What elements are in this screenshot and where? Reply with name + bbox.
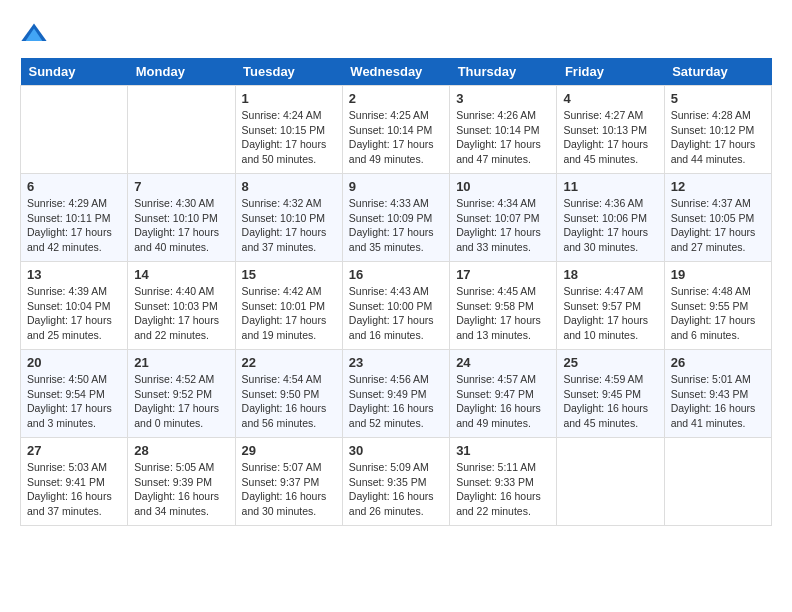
day-number: 28 [134, 443, 228, 458]
calendar-cell: 25Sunrise: 4:59 AM Sunset: 9:45 PM Dayli… [557, 350, 664, 438]
day-info: Sunrise: 4:27 AM Sunset: 10:13 PM Daylig… [563, 108, 657, 167]
day-number: 2 [349, 91, 443, 106]
day-number: 25 [563, 355, 657, 370]
day-number: 26 [671, 355, 765, 370]
day-info: Sunrise: 4:30 AM Sunset: 10:10 PM Daylig… [134, 196, 228, 255]
day-info: Sunrise: 4:52 AM Sunset: 9:52 PM Dayligh… [134, 372, 228, 431]
calendar-cell: 18Sunrise: 4:47 AM Sunset: 9:57 PM Dayli… [557, 262, 664, 350]
day-info: Sunrise: 4:33 AM Sunset: 10:09 PM Daylig… [349, 196, 443, 255]
day-info: Sunrise: 4:24 AM Sunset: 10:15 PM Daylig… [242, 108, 336, 167]
day-number: 19 [671, 267, 765, 282]
day-number: 29 [242, 443, 336, 458]
day-number: 13 [27, 267, 121, 282]
calendar-cell: 24Sunrise: 4:57 AM Sunset: 9:47 PM Dayli… [450, 350, 557, 438]
day-info: Sunrise: 4:59 AM Sunset: 9:45 PM Dayligh… [563, 372, 657, 431]
day-info: Sunrise: 5:09 AM Sunset: 9:35 PM Dayligh… [349, 460, 443, 519]
calendar-cell: 20Sunrise: 4:50 AM Sunset: 9:54 PM Dayli… [21, 350, 128, 438]
day-number: 6 [27, 179, 121, 194]
day-number: 22 [242, 355, 336, 370]
calendar-cell: 8Sunrise: 4:32 AM Sunset: 10:10 PM Dayli… [235, 174, 342, 262]
day-number: 5 [671, 91, 765, 106]
day-header-tuesday: Tuesday [235, 58, 342, 86]
day-number: 23 [349, 355, 443, 370]
day-info: Sunrise: 4:57 AM Sunset: 9:47 PM Dayligh… [456, 372, 550, 431]
calendar-cell: 16Sunrise: 4:43 AM Sunset: 10:00 PM Dayl… [342, 262, 449, 350]
logo-icon [20, 20, 48, 48]
calendar-cell: 13Sunrise: 4:39 AM Sunset: 10:04 PM Dayl… [21, 262, 128, 350]
day-header-wednesday: Wednesday [342, 58, 449, 86]
calendar-cell: 6Sunrise: 4:29 AM Sunset: 10:11 PM Dayli… [21, 174, 128, 262]
calendar-cell: 14Sunrise: 4:40 AM Sunset: 10:03 PM Dayl… [128, 262, 235, 350]
day-number: 31 [456, 443, 550, 458]
day-info: Sunrise: 4:50 AM Sunset: 9:54 PM Dayligh… [27, 372, 121, 431]
day-number: 21 [134, 355, 228, 370]
day-info: Sunrise: 5:11 AM Sunset: 9:33 PM Dayligh… [456, 460, 550, 519]
day-info: Sunrise: 4:48 AM Sunset: 9:55 PM Dayligh… [671, 284, 765, 343]
calendar-cell: 3Sunrise: 4:26 AM Sunset: 10:14 PM Dayli… [450, 86, 557, 174]
calendar-cell: 23Sunrise: 4:56 AM Sunset: 9:49 PM Dayli… [342, 350, 449, 438]
day-info: Sunrise: 5:03 AM Sunset: 9:41 PM Dayligh… [27, 460, 121, 519]
day-info: Sunrise: 4:54 AM Sunset: 9:50 PM Dayligh… [242, 372, 336, 431]
days-header-row: SundayMondayTuesdayWednesdayThursdayFrid… [21, 58, 772, 86]
day-info: Sunrise: 4:36 AM Sunset: 10:06 PM Daylig… [563, 196, 657, 255]
day-number: 9 [349, 179, 443, 194]
calendar-table: SundayMondayTuesdayWednesdayThursdayFrid… [20, 58, 772, 526]
day-number: 16 [349, 267, 443, 282]
calendar-cell: 29Sunrise: 5:07 AM Sunset: 9:37 PM Dayli… [235, 438, 342, 526]
day-header-monday: Monday [128, 58, 235, 86]
day-info: Sunrise: 4:43 AM Sunset: 10:00 PM Daylig… [349, 284, 443, 343]
day-info: Sunrise: 4:26 AM Sunset: 10:14 PM Daylig… [456, 108, 550, 167]
week-row-3: 13Sunrise: 4:39 AM Sunset: 10:04 PM Dayl… [21, 262, 772, 350]
day-number: 14 [134, 267, 228, 282]
day-number: 18 [563, 267, 657, 282]
calendar-cell: 17Sunrise: 4:45 AM Sunset: 9:58 PM Dayli… [450, 262, 557, 350]
calendar-cell: 4Sunrise: 4:27 AM Sunset: 10:13 PM Dayli… [557, 86, 664, 174]
day-info: Sunrise: 4:29 AM Sunset: 10:11 PM Daylig… [27, 196, 121, 255]
day-info: Sunrise: 4:37 AM Sunset: 10:05 PM Daylig… [671, 196, 765, 255]
day-number: 11 [563, 179, 657, 194]
day-number: 20 [27, 355, 121, 370]
calendar-cell: 11Sunrise: 4:36 AM Sunset: 10:06 PM Dayl… [557, 174, 664, 262]
day-info: Sunrise: 5:05 AM Sunset: 9:39 PM Dayligh… [134, 460, 228, 519]
day-number: 4 [563, 91, 657, 106]
calendar-cell [21, 86, 128, 174]
day-info: Sunrise: 4:39 AM Sunset: 10:04 PM Daylig… [27, 284, 121, 343]
day-number: 1 [242, 91, 336, 106]
day-info: Sunrise: 4:28 AM Sunset: 10:12 PM Daylig… [671, 108, 765, 167]
week-row-4: 20Sunrise: 4:50 AM Sunset: 9:54 PM Dayli… [21, 350, 772, 438]
calendar-cell [664, 438, 771, 526]
day-info: Sunrise: 5:01 AM Sunset: 9:43 PM Dayligh… [671, 372, 765, 431]
calendar-cell: 9Sunrise: 4:33 AM Sunset: 10:09 PM Dayli… [342, 174, 449, 262]
day-number: 10 [456, 179, 550, 194]
calendar-cell: 10Sunrise: 4:34 AM Sunset: 10:07 PM Dayl… [450, 174, 557, 262]
day-number: 15 [242, 267, 336, 282]
day-info: Sunrise: 4:32 AM Sunset: 10:10 PM Daylig… [242, 196, 336, 255]
day-number: 8 [242, 179, 336, 194]
page-header [20, 20, 772, 48]
calendar-cell: 19Sunrise: 4:48 AM Sunset: 9:55 PM Dayli… [664, 262, 771, 350]
day-header-thursday: Thursday [450, 58, 557, 86]
calendar-cell [128, 86, 235, 174]
day-info: Sunrise: 4:25 AM Sunset: 10:14 PM Daylig… [349, 108, 443, 167]
day-info: Sunrise: 4:47 AM Sunset: 9:57 PM Dayligh… [563, 284, 657, 343]
day-header-sunday: Sunday [21, 58, 128, 86]
calendar-cell [557, 438, 664, 526]
day-header-saturday: Saturday [664, 58, 771, 86]
calendar-cell: 26Sunrise: 5:01 AM Sunset: 9:43 PM Dayli… [664, 350, 771, 438]
calendar-cell: 27Sunrise: 5:03 AM Sunset: 9:41 PM Dayli… [21, 438, 128, 526]
calendar-cell: 5Sunrise: 4:28 AM Sunset: 10:12 PM Dayli… [664, 86, 771, 174]
logo [20, 20, 52, 48]
calendar-cell: 12Sunrise: 4:37 AM Sunset: 10:05 PM Dayl… [664, 174, 771, 262]
day-number: 27 [27, 443, 121, 458]
calendar-cell: 30Sunrise: 5:09 AM Sunset: 9:35 PM Dayli… [342, 438, 449, 526]
calendar-cell: 7Sunrise: 4:30 AM Sunset: 10:10 PM Dayli… [128, 174, 235, 262]
day-number: 7 [134, 179, 228, 194]
calendar-cell: 2Sunrise: 4:25 AM Sunset: 10:14 PM Dayli… [342, 86, 449, 174]
week-row-1: 1Sunrise: 4:24 AM Sunset: 10:15 PM Dayli… [21, 86, 772, 174]
day-number: 30 [349, 443, 443, 458]
calendar-cell: 28Sunrise: 5:05 AM Sunset: 9:39 PM Dayli… [128, 438, 235, 526]
calendar-cell: 1Sunrise: 4:24 AM Sunset: 10:15 PM Dayli… [235, 86, 342, 174]
day-header-friday: Friday [557, 58, 664, 86]
calendar-cell: 31Sunrise: 5:11 AM Sunset: 9:33 PM Dayli… [450, 438, 557, 526]
week-row-5: 27Sunrise: 5:03 AM Sunset: 9:41 PM Dayli… [21, 438, 772, 526]
